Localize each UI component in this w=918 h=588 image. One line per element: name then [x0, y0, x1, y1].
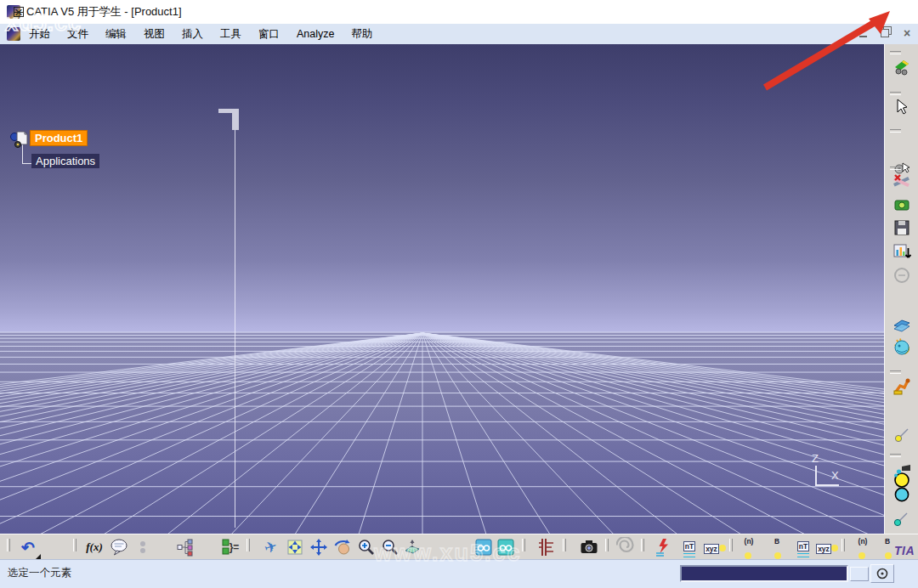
mdi-close-icon: × — [904, 27, 910, 39]
teal-point-icon[interactable] — [892, 508, 912, 529]
pan-button[interactable] — [308, 537, 330, 557]
mdi-minimize-button[interactable] — [855, 26, 870, 40]
fit-all-icon — [285, 537, 305, 557]
toolbar-grip[interactable] — [890, 92, 901, 95]
measure-inertia-2-button[interactable]: (n) — [852, 537, 874, 557]
toolbar-grip[interactable] — [522, 539, 525, 551]
zoom-out-icon — [380, 537, 400, 557]
fit-all-in-button[interactable] — [284, 537, 306, 557]
yellow-point-icon[interactable] — [892, 425, 912, 445]
normal-view-button[interactable] — [401, 537, 423, 557]
toolbar-grip[interactable] — [246, 539, 250, 551]
toolbar-grip[interactable] — [842, 539, 845, 551]
tree-node-applications[interactable]: Applications — [31, 154, 99, 168]
specification-tree-button[interactable] — [536, 537, 558, 557]
xyz-box-label: xyz — [816, 544, 831, 554]
zoom-in-icon — [356, 537, 377, 557]
document-icon — [7, 27, 20, 41]
knowledge-tools-icon[interactable] — [892, 172, 912, 192]
toolbar-grip[interactable] — [73, 539, 76, 551]
tree-boundary-line — [235, 130, 235, 528]
paint-tools-icon[interactable] — [892, 57, 912, 77]
measure-mass-button[interactable]: B — [767, 537, 789, 557]
undo-icon: ↶ — [21, 540, 35, 556]
axis-indicator: Z X — [806, 454, 853, 498]
spiral-disabled-button — [615, 537, 638, 557]
measure-thickness-button[interactable] — [653, 537, 675, 557]
toolbar-grip[interactable] — [890, 454, 901, 457]
toolbar-grip[interactable] — [890, 51, 901, 54]
toolbar-grip[interactable] — [890, 370, 901, 374]
statistics-chart-icon[interactable] — [892, 241, 912, 262]
yellow-dot-icon — [745, 552, 751, 559]
status-small-button[interactable] — [850, 567, 869, 581]
status-compass-button[interactable] — [870, 564, 894, 583]
menu-window[interactable]: 窗口 — [250, 25, 288, 44]
save-disk-icon[interactable] — [892, 218, 912, 238]
measure-item-alt-button[interactable]: xyz — [816, 537, 838, 557]
measure-item-button[interactable]: xyz — [704, 537, 726, 557]
formula-button[interactable]: f(x) — [83, 537, 105, 557]
product-node-icon[interactable] — [10, 129, 31, 148]
toolbar-grip[interactable] — [605, 539, 609, 551]
relations-diagram-icon — [175, 537, 196, 557]
mdi-restore-button[interactable] — [877, 26, 892, 40]
menu-help[interactable]: 帮助 — [343, 25, 381, 44]
comment-button[interactable] — [109, 537, 131, 557]
rule-check-button[interactable]: }= — [219, 537, 241, 557]
rotate-button[interactable] — [332, 537, 354, 557]
cyan-underline-icon — [797, 553, 809, 557]
measure-inertia-button[interactable]: (n) — [738, 537, 760, 557]
close-button[interactable]: × — [0, 0, 37, 24]
viewport-3d[interactable]: Product1 Applications Z X — [0, 44, 884, 534]
measure-between-alt-button[interactable]: nT — [792, 537, 814, 557]
relations-button[interactable] — [174, 537, 196, 557]
hide-show-button[interactable] — [473, 537, 495, 557]
toolbar-grip[interactable] — [641, 539, 644, 551]
menu-file[interactable]: 文件 — [59, 25, 97, 44]
menu-tools[interactable]: 工具 — [212, 25, 250, 44]
mdi-close-button[interactable]: × — [899, 26, 915, 40]
rule-blocks-icon — [222, 538, 230, 557]
select-cursor-icon[interactable] — [892, 97, 912, 117]
axis-x-label: X — [831, 469, 839, 482]
measure-between-button[interactable]: nT — [678, 537, 700, 557]
toolbar-grip[interactable] — [890, 129, 901, 133]
blue-plane-icon[interactable] — [892, 314, 912, 335]
camera-capture-button[interactable] — [578, 537, 600, 557]
cyan-circle-icon[interactable] — [892, 484, 912, 505]
zoom-out-button[interactable] — [379, 537, 401, 557]
zoom-in-button[interactable] — [355, 537, 377, 557]
glasses-teal-icon — [496, 537, 516, 557]
power-input-field[interactable] — [680, 565, 848, 582]
pan-arrows-icon — [309, 537, 329, 557]
menu-edit[interactable]: 编辑 — [97, 25, 135, 44]
bottom-toolbar: ↶ ↷ f(x) }= ✈ nT xyz (n) B nT xyz (n) B — [0, 534, 918, 560]
toolbar-grip[interactable] — [890, 167, 901, 170]
formula-icon: f(x) — [86, 540, 103, 554]
robot-arm-icon[interactable] — [892, 376, 912, 396]
toolbar-grip[interactable] — [563, 539, 566, 551]
camera-icon — [579, 537, 599, 557]
blue-sphere-icon[interactable] — [892, 337, 912, 358]
undo-button[interactable]: ↶ — [17, 537, 39, 557]
spray-tool-icon[interactable] — [892, 461, 912, 481]
axis-z-label: Z — [812, 452, 819, 465]
menu-view[interactable]: 视图 — [135, 25, 173, 44]
menu-analyze[interactable]: Analyze — [288, 25, 343, 42]
menu-insert[interactable]: 插入 — [173, 25, 212, 44]
spiral-icon — [616, 537, 637, 557]
tree-node-product1[interactable]: Product1 — [30, 130, 88, 146]
toolbar-grip[interactable] — [729, 539, 733, 551]
toolbar-grip[interactable] — [7, 539, 10, 551]
rotate-hand-icon — [332, 537, 353, 557]
fly-mode-button[interactable]: ✈ — [260, 537, 282, 557]
swap-visible-space-button[interactable] — [495, 537, 517, 557]
b-label: B — [885, 537, 890, 546]
constraints-disabled-button — [132, 537, 154, 557]
title-bar: CATIA V5 用于学生 - [Product1] — [0, 0, 918, 25]
catalog-browser-icon[interactable] — [892, 194, 912, 214]
normal-view-icon — [402, 537, 422, 557]
menu-start[interactable]: 开始 — [20, 25, 59, 44]
xyz-box-label: xyz — [704, 544, 719, 554]
